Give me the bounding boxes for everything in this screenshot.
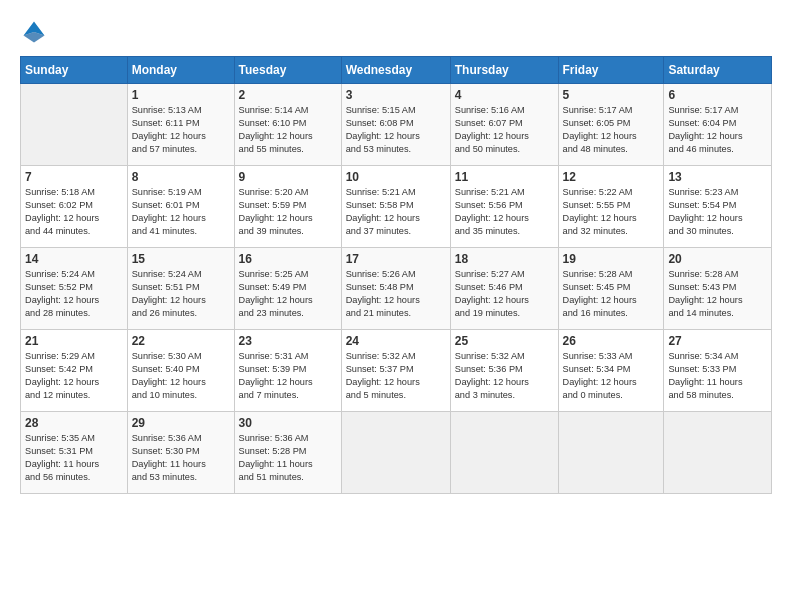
calendar-cell: 9Sunrise: 5:20 AM Sunset: 5:59 PM Daylig…	[234, 166, 341, 248]
day-info: Sunrise: 5:15 AM Sunset: 6:08 PM Dayligh…	[346, 104, 446, 156]
day-info: Sunrise: 5:36 AM Sunset: 5:30 PM Dayligh…	[132, 432, 230, 484]
calendar-cell: 8Sunrise: 5:19 AM Sunset: 6:01 PM Daylig…	[127, 166, 234, 248]
day-info: Sunrise: 5:25 AM Sunset: 5:49 PM Dayligh…	[239, 268, 337, 320]
day-number: 11	[455, 170, 554, 184]
calendar-cell: 25Sunrise: 5:32 AM Sunset: 5:36 PM Dayli…	[450, 330, 558, 412]
day-number: 28	[25, 416, 123, 430]
calendar-cell	[450, 412, 558, 494]
day-info: Sunrise: 5:35 AM Sunset: 5:31 PM Dayligh…	[25, 432, 123, 484]
day-number: 8	[132, 170, 230, 184]
day-number: 23	[239, 334, 337, 348]
day-number: 10	[346, 170, 446, 184]
calendar-cell: 12Sunrise: 5:22 AM Sunset: 5:55 PM Dayli…	[558, 166, 664, 248]
calendar-cell: 11Sunrise: 5:21 AM Sunset: 5:56 PM Dayli…	[450, 166, 558, 248]
day-info: Sunrise: 5:24 AM Sunset: 5:52 PM Dayligh…	[25, 268, 123, 320]
day-number: 4	[455, 88, 554, 102]
calendar-cell: 5Sunrise: 5:17 AM Sunset: 6:05 PM Daylig…	[558, 84, 664, 166]
calendar-cell: 16Sunrise: 5:25 AM Sunset: 5:49 PM Dayli…	[234, 248, 341, 330]
day-header-sunday: Sunday	[21, 57, 128, 84]
day-number: 29	[132, 416, 230, 430]
calendar-cell: 20Sunrise: 5:28 AM Sunset: 5:43 PM Dayli…	[664, 248, 772, 330]
day-header-wednesday: Wednesday	[341, 57, 450, 84]
day-number: 9	[239, 170, 337, 184]
day-info: Sunrise: 5:22 AM Sunset: 5:55 PM Dayligh…	[563, 186, 660, 238]
page: SundayMondayTuesdayWednesdayThursdayFrid…	[0, 0, 792, 612]
calendar-cell	[558, 412, 664, 494]
day-header-thursday: Thursday	[450, 57, 558, 84]
day-info: Sunrise: 5:17 AM Sunset: 6:05 PM Dayligh…	[563, 104, 660, 156]
day-number: 12	[563, 170, 660, 184]
calendar-cell: 28Sunrise: 5:35 AM Sunset: 5:31 PM Dayli…	[21, 412, 128, 494]
day-info: Sunrise: 5:28 AM Sunset: 5:45 PM Dayligh…	[563, 268, 660, 320]
calendar-cell: 13Sunrise: 5:23 AM Sunset: 5:54 PM Dayli…	[664, 166, 772, 248]
day-info: Sunrise: 5:34 AM Sunset: 5:33 PM Dayligh…	[668, 350, 767, 402]
day-info: Sunrise: 5:21 AM Sunset: 5:58 PM Dayligh…	[346, 186, 446, 238]
calendar-cell: 2Sunrise: 5:14 AM Sunset: 6:10 PM Daylig…	[234, 84, 341, 166]
day-info: Sunrise: 5:20 AM Sunset: 5:59 PM Dayligh…	[239, 186, 337, 238]
week-row-5: 28Sunrise: 5:35 AM Sunset: 5:31 PM Dayli…	[21, 412, 772, 494]
day-info: Sunrise: 5:32 AM Sunset: 5:36 PM Dayligh…	[455, 350, 554, 402]
day-info: Sunrise: 5:16 AM Sunset: 6:07 PM Dayligh…	[455, 104, 554, 156]
calendar-cell: 22Sunrise: 5:30 AM Sunset: 5:40 PM Dayli…	[127, 330, 234, 412]
day-info: Sunrise: 5:27 AM Sunset: 5:46 PM Dayligh…	[455, 268, 554, 320]
day-info: Sunrise: 5:33 AM Sunset: 5:34 PM Dayligh…	[563, 350, 660, 402]
calendar-cell: 6Sunrise: 5:17 AM Sunset: 6:04 PM Daylig…	[664, 84, 772, 166]
day-info: Sunrise: 5:32 AM Sunset: 5:37 PM Dayligh…	[346, 350, 446, 402]
day-info: Sunrise: 5:24 AM Sunset: 5:51 PM Dayligh…	[132, 268, 230, 320]
day-number: 18	[455, 252, 554, 266]
week-row-3: 14Sunrise: 5:24 AM Sunset: 5:52 PM Dayli…	[21, 248, 772, 330]
calendar-cell: 19Sunrise: 5:28 AM Sunset: 5:45 PM Dayli…	[558, 248, 664, 330]
day-info: Sunrise: 5:21 AM Sunset: 5:56 PM Dayligh…	[455, 186, 554, 238]
calendar-table: SundayMondayTuesdayWednesdayThursdayFrid…	[20, 56, 772, 494]
day-header-monday: Monday	[127, 57, 234, 84]
day-info: Sunrise: 5:29 AM Sunset: 5:42 PM Dayligh…	[25, 350, 123, 402]
header-row: SundayMondayTuesdayWednesdayThursdayFrid…	[21, 57, 772, 84]
logo-icon	[20, 18, 48, 46]
calendar-cell: 10Sunrise: 5:21 AM Sunset: 5:58 PM Dayli…	[341, 166, 450, 248]
week-row-4: 21Sunrise: 5:29 AM Sunset: 5:42 PM Dayli…	[21, 330, 772, 412]
header	[20, 18, 772, 46]
calendar-cell: 15Sunrise: 5:24 AM Sunset: 5:51 PM Dayli…	[127, 248, 234, 330]
day-info: Sunrise: 5:30 AM Sunset: 5:40 PM Dayligh…	[132, 350, 230, 402]
calendar-cell	[341, 412, 450, 494]
calendar-cell: 30Sunrise: 5:36 AM Sunset: 5:28 PM Dayli…	[234, 412, 341, 494]
day-number: 1	[132, 88, 230, 102]
day-number: 19	[563, 252, 660, 266]
calendar-cell: 17Sunrise: 5:26 AM Sunset: 5:48 PM Dayli…	[341, 248, 450, 330]
day-number: 20	[668, 252, 767, 266]
day-number: 13	[668, 170, 767, 184]
calendar-cell: 7Sunrise: 5:18 AM Sunset: 6:02 PM Daylig…	[21, 166, 128, 248]
calendar-cell: 23Sunrise: 5:31 AM Sunset: 5:39 PM Dayli…	[234, 330, 341, 412]
day-number: 7	[25, 170, 123, 184]
day-number: 25	[455, 334, 554, 348]
calendar-cell: 21Sunrise: 5:29 AM Sunset: 5:42 PM Dayli…	[21, 330, 128, 412]
calendar-cell	[21, 84, 128, 166]
day-info: Sunrise: 5:31 AM Sunset: 5:39 PM Dayligh…	[239, 350, 337, 402]
calendar-cell: 14Sunrise: 5:24 AM Sunset: 5:52 PM Dayli…	[21, 248, 128, 330]
calendar-cell: 27Sunrise: 5:34 AM Sunset: 5:33 PM Dayli…	[664, 330, 772, 412]
day-info: Sunrise: 5:26 AM Sunset: 5:48 PM Dayligh…	[346, 268, 446, 320]
day-number: 21	[25, 334, 123, 348]
day-number: 3	[346, 88, 446, 102]
week-row-1: 1Sunrise: 5:13 AM Sunset: 6:11 PM Daylig…	[21, 84, 772, 166]
day-info: Sunrise: 5:23 AM Sunset: 5:54 PM Dayligh…	[668, 186, 767, 238]
calendar-cell: 4Sunrise: 5:16 AM Sunset: 6:07 PM Daylig…	[450, 84, 558, 166]
day-info: Sunrise: 5:28 AM Sunset: 5:43 PM Dayligh…	[668, 268, 767, 320]
week-row-2: 7Sunrise: 5:18 AM Sunset: 6:02 PM Daylig…	[21, 166, 772, 248]
calendar-cell: 1Sunrise: 5:13 AM Sunset: 6:11 PM Daylig…	[127, 84, 234, 166]
day-number: 17	[346, 252, 446, 266]
logo	[20, 18, 52, 46]
calendar-cell: 24Sunrise: 5:32 AM Sunset: 5:37 PM Dayli…	[341, 330, 450, 412]
day-info: Sunrise: 5:36 AM Sunset: 5:28 PM Dayligh…	[239, 432, 337, 484]
day-info: Sunrise: 5:14 AM Sunset: 6:10 PM Dayligh…	[239, 104, 337, 156]
day-number: 2	[239, 88, 337, 102]
day-header-tuesday: Tuesday	[234, 57, 341, 84]
day-info: Sunrise: 5:19 AM Sunset: 6:01 PM Dayligh…	[132, 186, 230, 238]
day-number: 30	[239, 416, 337, 430]
day-number: 27	[668, 334, 767, 348]
day-info: Sunrise: 5:13 AM Sunset: 6:11 PM Dayligh…	[132, 104, 230, 156]
day-header-saturday: Saturday	[664, 57, 772, 84]
calendar-cell: 26Sunrise: 5:33 AM Sunset: 5:34 PM Dayli…	[558, 330, 664, 412]
day-number: 14	[25, 252, 123, 266]
day-number: 15	[132, 252, 230, 266]
